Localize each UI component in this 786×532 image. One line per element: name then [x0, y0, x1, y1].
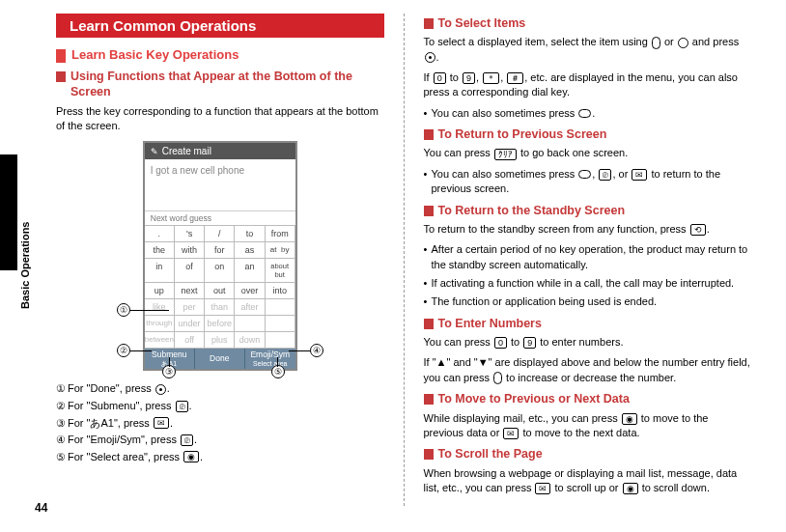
- two-column-layout: Learn Common Operations Learn Basic Key …: [56, 14, 751, 506]
- prediction-grid: .'s/tofrom thewithforasat by inofonanabo…: [145, 225, 295, 349]
- right-column: To Select Items To select a displayed it…: [424, 14, 752, 506]
- phone-hint-text: Next word guess: [145, 211, 295, 225]
- soft1-key-icon: ⎚: [176, 401, 188, 412]
- web-key-icon: ◉: [623, 483, 638, 494]
- legend-row-3: ③For "あA1", press ✉.: [56, 415, 384, 433]
- bullet-item: •You can also sometimes press .: [424, 106, 752, 121]
- legend-text: For "Emoji/Sym", press: [68, 432, 177, 449]
- body-using-functions: Press the key corresponding to a functio…: [56, 104, 384, 134]
- bullet-item: •If activating a function while in a cal…: [424, 276, 752, 291]
- side-section-label: Basic Operations: [19, 154, 33, 309]
- callout-5: ⑤: [271, 365, 285, 378]
- heading-learn-basic: Learn Basic Key Operations: [56, 47, 384, 63]
- side-tab-marker: [0, 154, 17, 270]
- phone-screen: Create mail I got a new cell phone Next …: [143, 141, 297, 371]
- heading-text: To Move to Previous or Next Data: [438, 391, 630, 406]
- legend-row-4: ④For "Emoji/Sym", press ⎚.: [56, 432, 384, 449]
- key-hash-icon: ＃: [507, 72, 523, 84]
- callout-3-line: [169, 357, 170, 367]
- fourway-key-icon: [678, 38, 688, 48]
- heading-text: To Enter Numbers: [438, 316, 542, 331]
- key-0-icon: 0: [494, 337, 507, 349]
- phone-illustration: Create mail I got a new cell phone Next …: [128, 141, 312, 371]
- callout-2: ②: [117, 344, 130, 357]
- updown-key-icon: [493, 372, 502, 384]
- mail-key-icon: ✉: [154, 417, 169, 429]
- callout-1: ①: [117, 303, 130, 317]
- heading-text: To Return to the Standby Screen: [438, 203, 626, 218]
- phone-title-text: Create mail: [162, 146, 211, 156]
- legend-row-1: ①For "Done", press .: [56, 380, 384, 398]
- section-move-data: To Move to Previous or Next Data While d…: [424, 391, 752, 440]
- legend-text: For "Select area", press: [68, 449, 180, 466]
- right-key-icon: [578, 109, 591, 118]
- clear-key-icon: ｸﾘｱ: [494, 149, 517, 160]
- heading-marker: [424, 449, 434, 460]
- heading-text: To Return to Previous Screen: [438, 126, 607, 142]
- mail-key-icon: ✉: [535, 483, 550, 494]
- legend-row-2: ②For "Submenu", press ⎚.: [56, 398, 384, 415]
- body-text: If "▲" and "▼" are displayed above and b…: [424, 355, 752, 385]
- body-text: If 0 to 9, ＊, ＃, etc. are displayed in t…: [424, 70, 752, 100]
- callout-1-line: [130, 310, 169, 311]
- page-number: 44: [35, 501, 47, 515]
- heading-marker: [424, 206, 434, 216]
- heading-learn-common: Learn Common Operations: [56, 14, 384, 38]
- softkey-right: Emoji/SymSelect area: [245, 349, 295, 369]
- section-scroll-page: To Scroll the Page When browsing a webpa…: [424, 446, 752, 495]
- callout-4-line: [289, 350, 310, 351]
- body-text: When browsing a webpage or displaying a …: [424, 466, 752, 496]
- body-text: To return to the standby screen from any…: [424, 222, 752, 237]
- legend-row-5: ⑤For "Select area", press ◉.: [56, 449, 384, 466]
- section-enter-numbers: To Enter Numbers You can press 0 to 9 to…: [424, 316, 752, 385]
- soft1-key-icon: ⎚: [599, 169, 611, 181]
- heading-marker: [424, 319, 434, 329]
- heading-text: Using Functions that Appear at the Botto…: [70, 69, 384, 100]
- mail-key-icon: ✉: [503, 428, 519, 439]
- end-key-icon: ⟲: [690, 224, 706, 236]
- left-column: Learn Common Operations Learn Basic Key …: [56, 14, 384, 506]
- body-text: While displaying mail, etc., you can pre…: [424, 411, 752, 441]
- callout-4: ④: [310, 344, 323, 357]
- phone-input-text: I got a new cell phone: [145, 159, 295, 211]
- web-key-icon: ◉: [622, 413, 637, 425]
- key-9-icon: 9: [463, 72, 475, 84]
- heading-text: Learn Basic Key Operations: [71, 47, 239, 62]
- center-key-icon: [425, 52, 435, 63]
- callout-2-line: [130, 350, 152, 351]
- heading-text: To Scroll the Page: [438, 446, 543, 462]
- section-return-standby: To Return to the Standby Screen To retur…: [424, 203, 752, 310]
- left-key-icon: [578, 170, 591, 179]
- key-9-icon: 9: [523, 337, 536, 349]
- legend-text: For "Done", press: [68, 380, 152, 398]
- phone-titlebar: Create mail: [145, 143, 295, 159]
- section-return-previous: To Return to Previous Screen You can pre…: [424, 126, 752, 196]
- key-0-icon: 0: [434, 72, 446, 84]
- body-text: To select a displayed item, select the i…: [424, 35, 752, 65]
- body-text: You can press 0 to 9 to enter numbers.: [424, 335, 752, 350]
- heading-marker: [56, 71, 66, 82]
- heading-using-functions: Using Functions that Appear at the Botto…: [56, 69, 384, 100]
- column-divider: [404, 14, 405, 506]
- heading-marker: [424, 18, 434, 29]
- bullet-item: •You can also sometimes press , ⎚, or ✉ …: [424, 167, 752, 197]
- mail-key-icon: ✉: [632, 169, 647, 181]
- key-star-icon: ＊: [483, 72, 499, 84]
- callout-5-line: [277, 357, 278, 367]
- callout-3: ③: [162, 365, 176, 378]
- section-select-items: To Select Items To select a displayed it…: [424, 15, 752, 121]
- soft2-key-icon: ⎚: [181, 434, 193, 446]
- bullet-item: •After a certain period of no key operat…: [424, 242, 752, 272]
- heading-marker: [424, 394, 434, 405]
- legend-text: For "Submenu", press: [68, 398, 171, 415]
- center-key-icon: [155, 384, 166, 395]
- heading-marker: [424, 129, 434, 140]
- bullet-item: •The function or application being used …: [424, 294, 752, 309]
- callout-legend: ①For "Done", press . ②For "Submenu", pre…: [56, 380, 384, 465]
- softkey-mid: Done: [195, 349, 245, 369]
- heading-text: To Select Items: [438, 15, 526, 31]
- legend-text: For "あA1", press: [68, 415, 150, 433]
- heading-marker: [56, 49, 66, 63]
- updown-key-icon: [652, 37, 660, 49]
- body-text: You can press ｸﾘｱ to go back one screen.: [424, 146, 752, 160]
